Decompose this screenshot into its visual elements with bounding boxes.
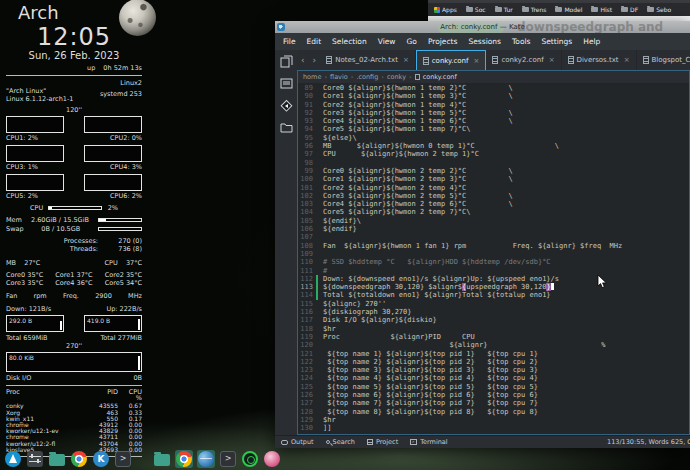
editor-line[interactable]: 96 MB ${alignr}${hwmon 0 temp 1}°C \ bbox=[298, 142, 689, 150]
editor-line[interactable]: 114 Total ${totaldown eno1} ${alignr}Tot… bbox=[298, 291, 689, 299]
dock-whatsapp[interactable] bbox=[241, 450, 259, 468]
breadcrumb-item[interactable]: conky.conf bbox=[423, 73, 457, 81]
editor-line[interactable]: 101 Core2 ${alignr}${hwmon 2 temp 4}°C bbox=[298, 184, 689, 192]
editor-line[interactable]: 107 bbox=[298, 233, 689, 241]
dock-file-manager[interactable] bbox=[48, 450, 66, 468]
editor-line[interactable]: 124 ${top name 4} ${alignr}${top pid 4} … bbox=[298, 374, 689, 382]
menu-sessions[interactable]: Sessions bbox=[468, 37, 501, 46]
editor-line[interactable]: 121 ${top name 1} ${alignr}${top pid 1} … bbox=[298, 350, 689, 358]
kate-project-icon[interactable] bbox=[279, 98, 294, 113]
dock-kde-app[interactable]: K bbox=[92, 450, 110, 468]
editor-line[interactable]: 120 ${alignr} % bbox=[298, 341, 689, 349]
tab-conky2.conf[interactable]: conky2.conf × bbox=[486, 50, 561, 70]
editor-line[interactable]: 110 # SSD $hddtemp °C ${alignr}HDD ${hdd… bbox=[298, 258, 689, 266]
editor-line[interactable]: 122 ${top name 2} ${alignr}${top pid 2} … bbox=[298, 358, 689, 366]
bookmark-Soc[interactable]: Soc bbox=[466, 6, 486, 13]
dock-browser-globe[interactable] bbox=[197, 450, 215, 468]
editor-line[interactable]: 108 Fan ${alignr}${hwmon 1 fan 1} rpm Fr… bbox=[298, 242, 689, 250]
editor-line[interactable]: 102 Core3 ${alignr}${hwmon 2 temp 5}°C \ bbox=[298, 192, 689, 200]
bookmark-Model[interactable]: Model bbox=[555, 6, 582, 13]
filesystem-icon[interactable] bbox=[279, 120, 294, 135]
editor-line[interactable]: 129 $hr bbox=[298, 416, 689, 424]
tab-close-icon[interactable]: × bbox=[549, 56, 555, 64]
editor-line[interactable]: 126 ${top name 6} ${alignr}${top pid 6} … bbox=[298, 391, 689, 399]
editor-line[interactable]: 128 ${top name 8} ${alignr}${top pid 8} … bbox=[298, 408, 689, 416]
dock-settings[interactable] bbox=[26, 450, 44, 468]
breadcrumb-item[interactable]: conky bbox=[387, 73, 406, 81]
bookmark-DF[interactable]: DF bbox=[621, 6, 638, 13]
editor-line[interactable]: 106 ${endif} bbox=[298, 225, 689, 233]
editor-line[interactable]: 98 bbox=[298, 159, 689, 167]
editor-line[interactable]: 109 bbox=[298, 250, 689, 258]
menu-go[interactable]: Go bbox=[406, 37, 416, 46]
tab-conky.conf[interactable]: conky.conf × bbox=[416, 50, 487, 70]
editor-line[interactable]: 104 Core5 ${alignr}${hwmon 2 temp 7}°C\ bbox=[298, 208, 689, 216]
conky-widget: Arch 12:05 Sun, 26 Feb. 2023 up 0h 52m 1… bbox=[4, 2, 144, 460]
editor-line[interactable]: 111 # bbox=[298, 267, 689, 275]
core-temp: Core1 37°C bbox=[55, 271, 92, 279]
tab-close-icon[interactable]: × bbox=[624, 56, 630, 64]
menu-help[interactable]: Help bbox=[583, 37, 600, 46]
dock-arch-menu[interactable] bbox=[4, 450, 22, 468]
editor[interactable]: 89 Core0 ${alignr}${hwmon 1 temp 2}°C \ … bbox=[298, 83, 689, 434]
project-toggle[interactable]: Project bbox=[367, 438, 398, 446]
editor-line[interactable]: 118 $hr bbox=[298, 325, 689, 333]
bookmark-Hist[interactable]: Hist bbox=[591, 6, 612, 13]
editor-line[interactable]: 90 Core1 ${alignr}${hwmon 1 temp 3}°C \ bbox=[298, 92, 689, 100]
menu-edit[interactable]: Edit bbox=[307, 37, 322, 46]
editor-line[interactable]: 93 Core4 ${alignr}${hwmon 1 temp 6}°C \ bbox=[298, 117, 689, 125]
editor-line[interactable]: 95 ${else}\ bbox=[298, 134, 689, 142]
editor-line[interactable]: 97 CPU ${alignr}${hwmon 2 temp 1}°C bbox=[298, 150, 689, 158]
dock-file-manager[interactable] bbox=[153, 450, 171, 468]
menu-projects[interactable]: Projects bbox=[428, 37, 458, 46]
terminal-toggle[interactable]: >Terminal bbox=[410, 438, 447, 446]
tab-Blogspot_Code.txt[interactable]: Blogspot_Code.txt × bbox=[637, 50, 690, 70]
breadcrumb-item[interactable]: flavio bbox=[330, 73, 348, 81]
symbols-icon[interactable] bbox=[279, 76, 294, 91]
back-button[interactable]: ‹ bbox=[297, 50, 309, 70]
editor-line[interactable]: 123 ${top name 3} ${alignr}${top pid 3} … bbox=[298, 366, 689, 374]
tab-Notes_02-Arch.txt[interactable]: Notes_02-Arch.txt × bbox=[320, 50, 416, 70]
dock-chrome[interactable] bbox=[70, 450, 88, 468]
search-toggle[interactable]: Search bbox=[326, 438, 355, 446]
editor-line[interactable]: 125 ${top name 5} ${alignr}${top pid 5} … bbox=[298, 383, 689, 391]
editor-line[interactable]: 112 Down: ${downspeed eno1}/s ${alignr}U… bbox=[298, 275, 689, 283]
tab-close-icon[interactable]: × bbox=[403, 56, 409, 64]
editor-line[interactable]: 130 ]] bbox=[298, 424, 689, 432]
editor-line[interactable]: 99 Core0 ${alignr}${hwmon 2 temp 2}°C \ bbox=[298, 167, 689, 175]
dock-media-pink[interactable] bbox=[263, 450, 281, 468]
menu-tools[interactable]: Tools bbox=[512, 37, 530, 46]
editor-line[interactable]: 103 Core4 ${alignr}${hwmon 2 temp 6}°C \ bbox=[298, 200, 689, 208]
tab-Diversos.txt[interactable]: Diversos.txt × bbox=[562, 50, 637, 70]
editor-line[interactable]: 105 ${endif}\ bbox=[298, 217, 689, 225]
menu-settings[interactable]: Settings bbox=[541, 37, 572, 46]
editor-line[interactable]: 100 Core1 ${alignr}${hwmon 2 temp 3}°C \ bbox=[298, 175, 689, 183]
editor-line[interactable]: 91 Core2 ${alignr}${hwmon 1 temp 4}°C bbox=[298, 101, 689, 109]
menu-file[interactable]: File bbox=[283, 37, 296, 46]
bookmark-Apps[interactable]: Apps bbox=[434, 6, 457, 13]
kate-titlebar[interactable]: downspeedgraph and Arch: conky.conf — Ka… bbox=[275, 21, 690, 33]
menu-view[interactable]: View bbox=[378, 37, 396, 46]
forward-button[interactable]: › bbox=[309, 50, 321, 70]
editor-line[interactable]: 89 Core0 ${alignr}${hwmon 1 temp 2}°C \ bbox=[298, 84, 689, 92]
dock-terminal[interactable]: > bbox=[114, 450, 132, 468]
editor-line[interactable]: 127 ${top name 7} ${alignr}${top pid 7} … bbox=[298, 399, 689, 407]
dock-terminal[interactable]: > bbox=[219, 450, 237, 468]
menu-selection[interactable]: Selection bbox=[332, 37, 367, 46]
tab-close-icon[interactable]: × bbox=[474, 57, 480, 65]
editor-line[interactable]: 115 ${alignc} 270'' bbox=[298, 300, 689, 308]
editor-line[interactable]: 116 ${diskiograph 30,270} bbox=[298, 308, 689, 316]
breadcrumb-item[interactable]: .config bbox=[356, 73, 378, 81]
editor-line[interactable]: 117 Disk I/O ${alignr}${diskio} bbox=[298, 316, 689, 324]
dock-chrome[interactable] bbox=[175, 450, 193, 468]
bookmark-Sebo[interactable]: Sebo bbox=[647, 6, 671, 13]
editor-line[interactable]: 94 Core5 ${alignr}${hwmon 1 temp 7}°C\ bbox=[298, 125, 689, 133]
editor-line[interactable]: 92 Core3 ${alignr}${hwmon 1 temp 5}°C \ bbox=[298, 109, 689, 117]
bookmark-Trens[interactable]: Trens bbox=[522, 6, 547, 13]
editor-line[interactable]: 119 Proc ${alignr}PID CPU bbox=[298, 333, 689, 341]
bookmark-Tur[interactable]: Tur bbox=[495, 6, 513, 13]
editor-line[interactable]: 113 ${downspeedgraph 30,120} $alignr${up… bbox=[298, 283, 689, 291]
breadcrumb-item[interactable]: home bbox=[303, 73, 321, 81]
documents-icon[interactable] bbox=[279, 54, 294, 69]
output-toggle[interactable]: Output bbox=[281, 438, 314, 446]
